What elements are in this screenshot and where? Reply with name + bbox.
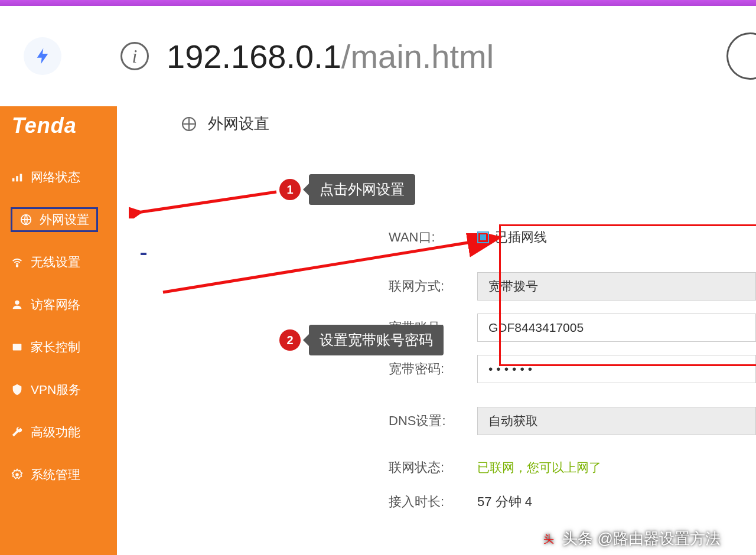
browser-address-bar: i 192.168.0.1/main.html — [0, 6, 756, 106]
admin-layout: Tenda 网络状态 外网设置 无线设置 访客网络 家长控制 — [0, 106, 756, 555]
sidebar-item-wan-settings[interactable]: 外网设置 — [0, 198, 117, 241]
sidebar-item-advanced[interactable]: 高级功能 — [0, 411, 117, 453]
parent-icon — [11, 341, 24, 354]
top-purple-strip — [0, 0, 756, 6]
status-icon — [11, 171, 24, 184]
page-title-text: 外网设直 — [208, 113, 269, 134]
sidebar-item-wireless[interactable]: 无线设置 — [0, 241, 117, 283]
svg-rect-1 — [16, 176, 18, 181]
wan-form: WAN口: 已插网线 联网方式: 宽带拨号 宽带账号: 宽带密码: — [389, 146, 756, 511]
vpn-icon — [11, 383, 24, 396]
account-input[interactable] — [477, 314, 756, 342]
sidebar-label: 外网设置 — [40, 211, 89, 228]
annotation-1: 1 点击外网设置 — [279, 174, 415, 205]
svg-rect-6 — [13, 344, 22, 351]
form-row-account: 宽带账号: — [389, 314, 756, 342]
red-arrow-1 — [129, 189, 282, 218]
svg-rect-2 — [20, 174, 22, 182]
annotation-bubble: 点击外网设置 — [309, 174, 415, 205]
wan-port-label: WAN口: — [389, 228, 477, 246]
wrench-icon — [11, 426, 24, 439]
sidebar-label: 系统管理 — [31, 466, 80, 483]
info-icon: i — [120, 42, 149, 70]
sidebar-item-system[interactable]: 系统管理 — [0, 453, 117, 496]
watermark-prefix: 头条 — [562, 528, 593, 549]
svg-point-4 — [17, 265, 18, 267]
svg-rect-0 — [12, 178, 15, 182]
sidebar-item-parental[interactable]: 家长控制 — [0, 326, 117, 368]
lightning-icon — [24, 37, 61, 75]
duration-value: 57 分钟 4 — [477, 493, 532, 511]
gear-icon — [11, 468, 24, 481]
globe-icon — [19, 213, 32, 226]
sidebar: Tenda 网络状态 外网设置 无线设置 访客网络 家长控制 — [0, 106, 117, 555]
annotation-number: 1 — [279, 179, 301, 200]
svg-line-8 — [138, 192, 276, 213]
form-row-duration: 接入时长: 57 分钟 4 — [389, 493, 756, 511]
svg-text:头: 头 — [543, 533, 554, 545]
password-input[interactable] — [477, 355, 756, 383]
url-host: 192.168.0.1 — [167, 38, 341, 75]
sidebar-label: 高级功能 — [31, 424, 80, 440]
connection-type-label: 联网方式: — [389, 278, 477, 295]
form-row-connection-type: 联网方式: 宽带拨号 — [389, 272, 756, 301]
tiny-dash — [141, 253, 146, 255]
partial-circle-icon — [726, 32, 756, 80]
annotation-bubble: 设置宽带账号密码 — [309, 325, 444, 355]
svg-point-7 — [15, 473, 19, 476]
connection-status-value: 已联网，您可以上网了 — [477, 459, 601, 476]
plug-icon — [477, 231, 489, 243]
svg-point-5 — [15, 301, 19, 305]
sidebar-item-guest[interactable]: 访客网络 — [0, 283, 117, 326]
form-row-wan-port: WAN口: 已插网线 — [389, 228, 756, 246]
duration-label: 接入时长: — [389, 493, 477, 511]
wifi-icon — [11, 256, 24, 269]
url-text[interactable]: 192.168.0.1/main.html — [167, 37, 494, 76]
sidebar-label: 网络状态 — [31, 169, 80, 185]
sidebar-label: VPN服务 — [31, 381, 81, 398]
form-row-status: 联网状态: 已联网，您可以上网了 — [389, 459, 756, 476]
connection-status-label: 联网状态: — [389, 459, 477, 476]
watermark-text: @路由器设置方法 — [598, 528, 721, 549]
toutiao-icon: 头 — [540, 530, 558, 548]
annotation-number: 2 — [279, 329, 301, 351]
connection-type-select[interactable]: 宽带拨号 — [477, 272, 756, 301]
sidebar-label: 无线设置 — [31, 254, 80, 270]
wan-port-status: 已插网线 — [477, 228, 547, 246]
sidebar-label: 访客网络 — [31, 296, 80, 313]
brand-logo: Tenda — [0, 106, 117, 156]
dns-select[interactable]: 自动获取 — [477, 407, 756, 435]
sidebar-label: 家长控制 — [31, 339, 80, 355]
globe-icon — [182, 117, 196, 131]
guest-icon — [11, 298, 24, 311]
form-row-password: 宽带密码: — [389, 355, 756, 383]
content-area: 外网设直 1 点击外网设置 2 设置宽带账号密码 WAN口: — [117, 106, 756, 555]
dns-label: DNS设置: — [389, 412, 477, 430]
annotation-2: 2 设置宽带账号密码 — [279, 325, 444, 355]
watermark: 头 头条 @路由器设置方法 — [540, 528, 721, 549]
password-label: 宽带密码: — [389, 360, 477, 378]
page-title: 外网设直 — [117, 106, 756, 146]
sidebar-item-network-status[interactable]: 网络状态 — [0, 156, 117, 198]
sidebar-item-vpn[interactable]: VPN服务 — [0, 368, 117, 411]
url-path: /main.html — [341, 38, 494, 75]
form-row-dns: DNS设置: 自动获取 — [389, 407, 756, 435]
